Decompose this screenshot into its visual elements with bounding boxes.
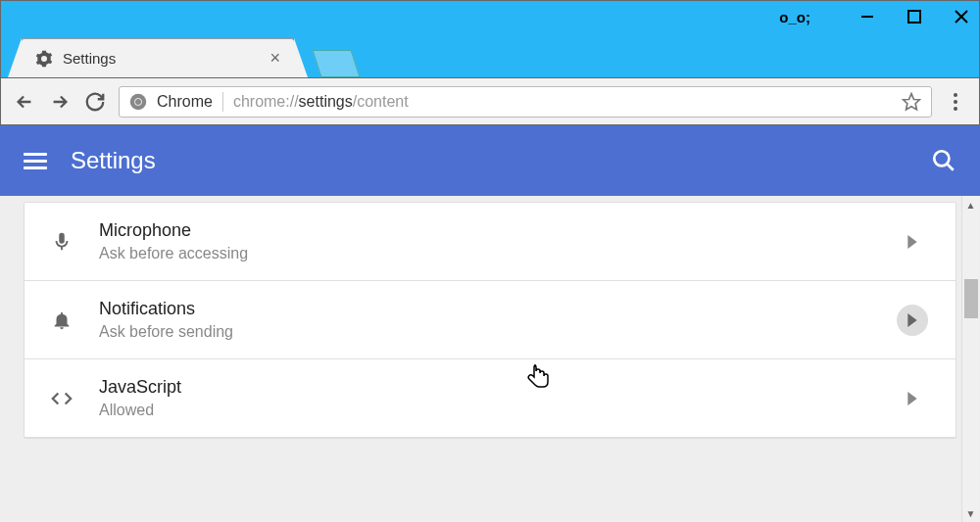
scroll-up-button[interactable]: ▲ xyxy=(962,196,979,214)
tab-strip: Settings × xyxy=(21,38,356,77)
setting-title: Notifications xyxy=(99,299,233,319)
microphone-icon xyxy=(42,231,81,253)
bell-icon xyxy=(42,309,81,331)
svg-marker-7 xyxy=(904,93,920,109)
search-button[interactable] xyxy=(931,148,956,173)
omnibox-url: chrome://settings/content xyxy=(233,93,409,111)
chrome-icon xyxy=(129,93,147,111)
chevron-right-icon xyxy=(897,305,928,336)
browser-toolbar: Chrome chrome://settings/content xyxy=(0,78,980,125)
reload-button[interactable] xyxy=(83,90,107,114)
close-button[interactable] xyxy=(952,7,971,26)
forward-button[interactable] xyxy=(48,90,72,114)
setting-subtitle: Ask before accessing xyxy=(99,245,248,262)
svg-rect-1 xyxy=(908,11,920,23)
tab-settings[interactable]: Settings × xyxy=(21,38,295,77)
gear-icon xyxy=(35,50,53,68)
menu-button[interactable] xyxy=(24,153,47,169)
back-button[interactable] xyxy=(13,90,36,114)
setting-javascript[interactable]: JavaScript Allowed xyxy=(24,359,956,438)
setting-subtitle: Ask before sending xyxy=(99,323,233,341)
tab-title: Settings xyxy=(63,50,116,67)
settings-app-bar: Settings xyxy=(0,125,980,196)
svg-line-9 xyxy=(947,164,954,170)
page-title: Settings xyxy=(71,147,156,174)
address-bar[interactable]: Chrome chrome://settings/content xyxy=(119,86,932,118)
chevron-right-icon xyxy=(897,383,928,414)
omnibox-chrome-label: Chrome xyxy=(157,93,213,111)
settings-content: Microphone Ask before accessing Notifica… xyxy=(0,196,980,522)
browser-menu-button[interactable] xyxy=(944,90,967,114)
scroll-thumb[interactable] xyxy=(964,279,978,318)
bookmark-star-icon[interactable] xyxy=(902,92,921,112)
setting-title: JavaScript xyxy=(99,377,181,398)
setting-title: Microphone xyxy=(99,220,248,241)
tab-close-icon[interactable]: × xyxy=(270,48,280,69)
new-tab-button[interactable] xyxy=(312,50,360,77)
window-titlebar: o_o; Settings × xyxy=(0,0,980,78)
chevron-right-icon xyxy=(897,226,928,258)
setting-notifications[interactable]: Notifications Ask before sending xyxy=(24,281,956,359)
scroll-down-button[interactable]: ▼ xyxy=(962,504,979,522)
setting-microphone[interactable]: Microphone Ask before accessing xyxy=(24,203,956,281)
setting-subtitle: Allowed xyxy=(99,402,181,419)
minimize-button[interactable] xyxy=(858,7,877,26)
maximize-button[interactable] xyxy=(905,7,924,26)
window-emoji: o_o; xyxy=(779,9,810,25)
scrollbar[interactable]: ▲ ▼ xyxy=(961,196,979,522)
svg-point-8 xyxy=(934,151,949,166)
svg-point-6 xyxy=(135,99,141,105)
omnibox-separator xyxy=(222,92,223,112)
code-icon xyxy=(42,388,81,409)
content-settings-list: Microphone Ask before accessing Notifica… xyxy=(24,202,956,439)
